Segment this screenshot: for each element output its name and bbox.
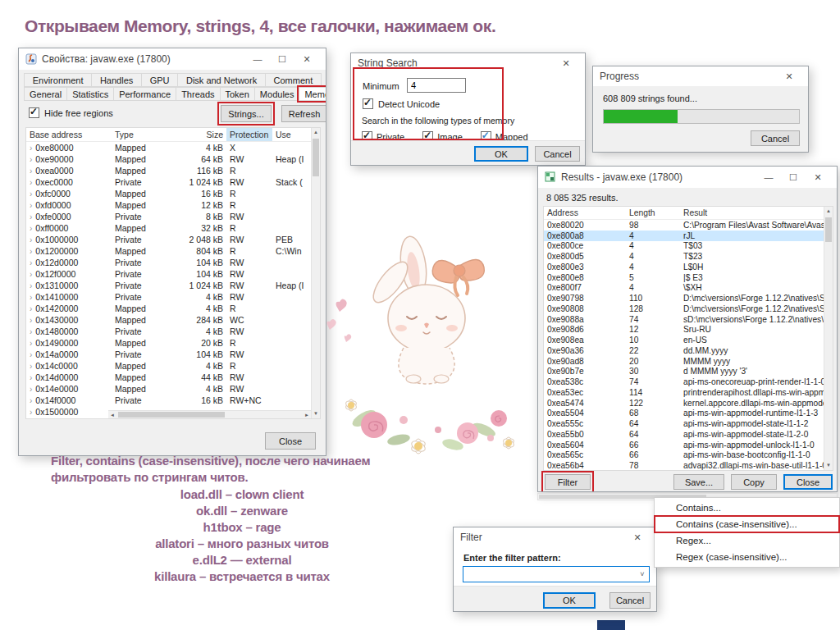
table-row[interactable]: ›0xea0000Mapped116 kBR [26, 165, 311, 176]
memory-horizontal-scrollbar[interactable]: ◄ ► [108, 410, 311, 418]
tab-token[interactable]: Token [220, 87, 255, 101]
column-header-result[interactable]: Result [680, 208, 824, 217]
expander-icon[interactable]: › [30, 293, 32, 302]
hide-free-regions-checkbox[interactable]: ✓ [29, 107, 39, 118]
chevron-down-icon[interactable]: ˅ [636, 570, 649, 578]
expander-icon[interactable]: › [30, 178, 32, 187]
table-row[interactable]: 0xe9088a74sD:\mc\versions\Forge 1.12.2\n… [544, 314, 824, 325]
table-row[interactable]: ›0x1310000Private1 024 kBRWHeap (I [26, 280, 311, 291]
expander-icon[interactable]: › [30, 155, 32, 164]
progress-titlebar[interactable]: Progress ✕ [593, 66, 808, 86]
expander-icon[interactable]: › [30, 270, 32, 279]
table-row[interactable]: 0xe908d612Sru-RU [544, 325, 824, 336]
column-header-use[interactable]: Use [272, 130, 311, 139]
tab-memory[interactable]: Memory [299, 87, 326, 101]
expander-icon[interactable]: › [30, 167, 32, 176]
table-row[interactable]: ›0xff0000Mapped32 kBR [26, 222, 311, 234]
close-icon[interactable]: ✕ [625, 527, 650, 547]
expander-icon[interactable]: › [30, 396, 32, 405]
copy-button[interactable]: Copy [731, 474, 777, 490]
column-header-size[interactable]: Size [184, 130, 226, 139]
table-row[interactable]: 0xe90ad820MMMM yyyy [544, 356, 824, 367]
filter-button[interactable]: Filter [545, 474, 591, 490]
column-header-type[interactable]: Type [112, 130, 184, 139]
column-header-address[interactable]: Address [544, 208, 626, 217]
close-icon[interactable]: ✕ [294, 49, 319, 69]
table-row[interactable]: 0xe800a84rJL [544, 231, 824, 241]
scrollbar-thumb[interactable] [313, 139, 319, 176]
tab-disk-and-network[interactable]: Disk and Network [177, 73, 266, 87]
table-row[interactable]: ›0x1410000Private4 kBRW [26, 291, 311, 303]
minimize-icon[interactable]: — [245, 49, 270, 69]
tab-gpu[interactable]: GPU [141, 73, 178, 87]
table-row[interactable]: 0xe90798110D:\mc\versions\Forge 1.12.2\n… [544, 293, 824, 304]
minimize-icon[interactable]: — [756, 167, 781, 187]
table-row[interactable]: ›0x12d0000Private104 kBRW [26, 257, 311, 268]
expander-icon[interactable]: › [30, 144, 32, 153]
table-row[interactable]: 0xe800d54T$23 [544, 251, 824, 262]
close-icon[interactable]: ✕ [806, 167, 830, 187]
expander-icon[interactable]: › [30, 258, 32, 267]
table-row[interactable]: ›0x1000000Private2 048 kBRWPEB [26, 234, 311, 245]
table-row[interactable]: 0xea53ec114printrenderapihost.dllapi-ms-… [544, 387, 824, 398]
expander-icon[interactable]: › [30, 224, 32, 233]
table-row[interactable]: 0xea555c64api-ms-win-appmodel-state-l1-1… [544, 418, 824, 429]
properties-titlebar[interactable]: Свойства: javaw.exe (17800) — ☐ ✕ [19, 48, 326, 70]
table-row[interactable]: 0xe908ea10en-US [544, 335, 824, 345]
tab-comment[interactable]: Comment [265, 73, 322, 87]
scrollbar-thumb[interactable] [118, 412, 225, 418]
ok-button[interactable]: OK [543, 592, 596, 609]
expander-icon[interactable]: › [30, 212, 32, 221]
table-row[interactable]: ›0x1430000Mapped284 kBWC [26, 314, 311, 326]
table-row[interactable]: ›0x1420000Mapped4 kBR [26, 303, 311, 314]
table-row[interactable]: 0xe800e85|$ E3 [544, 272, 824, 283]
table-row[interactable]: 0xea538c74api-ms-onecoreuap-print-render… [544, 377, 824, 387]
scroll-down-icon[interactable]: ▼ [312, 409, 320, 418]
tab-environment[interactable]: Environment [24, 73, 92, 87]
close-icon[interactable]: ✕ [777, 66, 801, 86]
scrollbar-thumb[interactable] [825, 217, 832, 242]
table-row[interactable]: 0xe8002098C:\Program Files\Avast Softwar… [544, 220, 824, 231]
table-row[interactable]: ›0x14f0000Private16 kBRW+NC [26, 395, 311, 406]
scroll-up-icon[interactable]: ▲ [824, 207, 833, 216]
scroll-left-icon[interactable]: ◄ [108, 411, 116, 419]
close-button[interactable]: Close [783, 474, 833, 490]
expander-icon[interactable]: › [30, 339, 32, 348]
expander-icon[interactable]: › [30, 408, 32, 417]
table-row[interactable]: ›0x14e0000Mapped4 kBRW [26, 383, 311, 395]
table-row[interactable]: 0xe90808128D:\mc\versions\Forge 1.12.2\n… [544, 304, 824, 314]
table-row[interactable]: ›0xe90000Mapped64 kBRWHeap (I [26, 153, 311, 165]
table-row[interactable]: 0xe90a3622dd.MM.yyyy [544, 345, 824, 356]
table-row[interactable]: ›0xfe0000Private8 kBRW [26, 211, 311, 222]
tab-modules[interactable]: Modules [254, 87, 300, 101]
results-vertical-scrollbar[interactable]: ▲ ▼ [824, 207, 833, 470]
expander-icon[interactable]: › [30, 201, 32, 210]
menu-item-contains[interactable]: Contains... [655, 500, 839, 516]
expander-icon[interactable]: › [30, 373, 32, 382]
table-row[interactable]: 0xe90b7e30d MMMM yyyy '3' [544, 367, 824, 377]
expander-icon[interactable]: › [30, 350, 32, 359]
cancel-button[interactable]: Cancel [751, 130, 800, 146]
expander-icon[interactable]: › [30, 189, 32, 199]
table-row[interactable]: 0xea56b478advapi32.dllapi-ms-win-base-ut… [544, 460, 824, 471]
table-row[interactable]: ›0x14d0000Mapped44 kBRW [26, 372, 311, 383]
column-header-base-address[interactable]: Base address [26, 130, 112, 139]
table-row[interactable]: ›0x12f0000Private104 kBRW [26, 268, 311, 280]
expander-icon[interactable]: › [30, 316, 32, 325]
table-row[interactable]: 0xea560466api-ms-win-appmodel-unlock-l1-… [544, 440, 824, 450]
table-row[interactable]: ›0xec0000Private1 024 kBRWStack ( [26, 176, 311, 188]
table-row[interactable]: 0xea565c66api-ms-win-base-bootconfig-l1-… [544, 450, 824, 461]
filter-pattern-combobox[interactable]: ˅ [463, 566, 650, 582]
results-titlebar[interactable]: Results - javaw.exe (17800) — ☐ ✕ [538, 167, 837, 188]
save-button[interactable]: Save... [673, 474, 724, 490]
expander-icon[interactable]: › [30, 281, 32, 290]
tab-statistics[interactable]: Statistics [66, 87, 114, 101]
table-row[interactable]: ›0x14c0000Mapped4 kBR [26, 360, 311, 372]
table-row[interactable]: ›0x1490000Mapped20 kBR [26, 337, 311, 349]
table-row[interactable]: 0xea55b064api-ms-win-appmodel-state-l1-2… [544, 429, 824, 440]
cancel-button[interactable]: Cancel [535, 146, 580, 162]
table-row[interactable]: ›0x14a0000Private104 kBRW [26, 349, 311, 360]
maximize-icon[interactable]: ☐ [781, 167, 806, 187]
table-row[interactable]: 0xea550468api-ms-win-appmodel-runtime-l1… [544, 409, 824, 419]
refresh-button[interactable]: Refresh [281, 105, 326, 122]
